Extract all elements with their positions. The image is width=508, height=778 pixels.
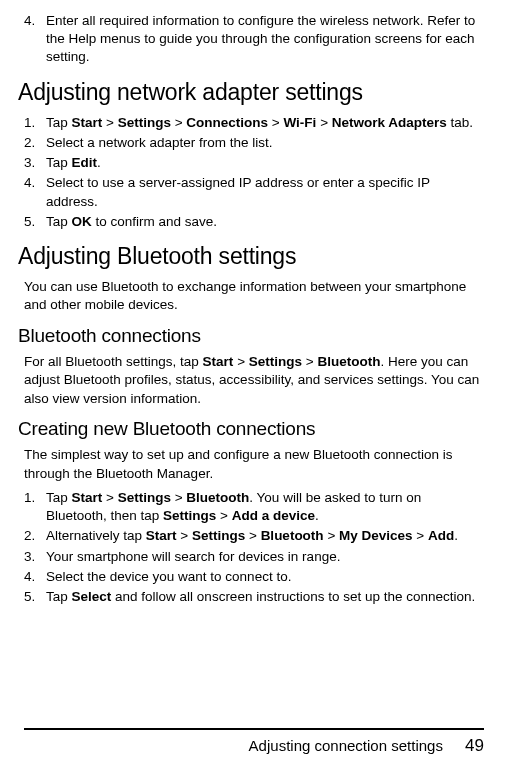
list-number: 4. [24, 12, 35, 30]
create-bt-steps: 1. Tap Start > Settings > Bluetooth. You… [24, 489, 484, 606]
page-content: 4. Enter all required information to con… [24, 12, 484, 606]
heading-bluetooth: Adjusting Bluetooth settings [18, 241, 484, 272]
list-number: 2. [24, 527, 35, 545]
list-number: 3. [24, 154, 35, 172]
list-number: 5. [24, 213, 35, 231]
list-text: Tap Start > Settings > Bluetooth. You wi… [46, 490, 421, 523]
list-number: 3. [24, 548, 35, 566]
footer-title: Adjusting connection settings [249, 737, 443, 754]
list-number: 1. [24, 114, 35, 132]
list-item: 2. Alternatively tap Start > Settings > … [24, 527, 484, 545]
page-number: 49 [465, 736, 484, 755]
list-item: 2. Select a network adapter from the lis… [24, 134, 484, 152]
list-item: 1. Tap Start > Settings > Connections > … [24, 114, 484, 132]
list-number: 4. [24, 174, 35, 192]
list-text: Select the device you want to connect to… [46, 569, 291, 584]
list-text: Select a network adapter from the list. [46, 135, 273, 150]
list-number: 1. [24, 489, 35, 507]
list-number: 5. [24, 588, 35, 606]
heading-create-bt: Creating new Bluetooth connections [18, 416, 484, 442]
footer-rule [24, 728, 484, 730]
adapter-steps: 1. Tap Start > Settings > Connections > … [24, 114, 484, 231]
list-text: Alternatively tap Start > Settings > Blu… [46, 528, 458, 543]
list-text: Enter all required information to config… [46, 13, 475, 64]
page-footer: Adjusting connection settings 49 [24, 728, 484, 756]
top-continued-list: 4. Enter all required information to con… [24, 12, 484, 67]
list-text: Tap Select and follow all onscreen instr… [46, 589, 475, 604]
list-text: Tap Edit. [46, 155, 101, 170]
heading-bt-connections: Bluetooth connections [18, 323, 484, 349]
list-text: Tap Start > Settings > Connections > Wi-… [46, 115, 473, 130]
list-item: 5. Tap OK to confirm and save. [24, 213, 484, 231]
list-number: 2. [24, 134, 35, 152]
bluetooth-intro: You can use Bluetooth to exchange inform… [24, 278, 484, 314]
list-item: 3. Your smartphone will search for devic… [24, 548, 484, 566]
list-item: 5. Tap Select and follow all onscreen in… [24, 588, 484, 606]
create-bt-intro: The simplest way to set up and configure… [24, 446, 484, 482]
list-item: 3. Tap Edit. [24, 154, 484, 172]
list-item: 4. Enter all required information to con… [24, 12, 484, 67]
list-text: Tap OK to confirm and save. [46, 214, 217, 229]
list-text: Select to use a server-assigned IP addre… [46, 175, 430, 208]
list-item: 4. Select to use a server-assigned IP ad… [24, 174, 484, 210]
list-item: 1. Tap Start > Settings > Bluetooth. You… [24, 489, 484, 525]
list-number: 4. [24, 568, 35, 586]
list-text: Your smartphone will search for devices … [46, 549, 340, 564]
footer-line: Adjusting connection settings 49 [24, 736, 484, 756]
bt-connections-body: For all Bluetooth settings, tap Start > … [24, 353, 484, 408]
list-item: 4. Select the device you want to connect… [24, 568, 484, 586]
heading-adapter: Adjusting network adapter settings [18, 77, 484, 108]
